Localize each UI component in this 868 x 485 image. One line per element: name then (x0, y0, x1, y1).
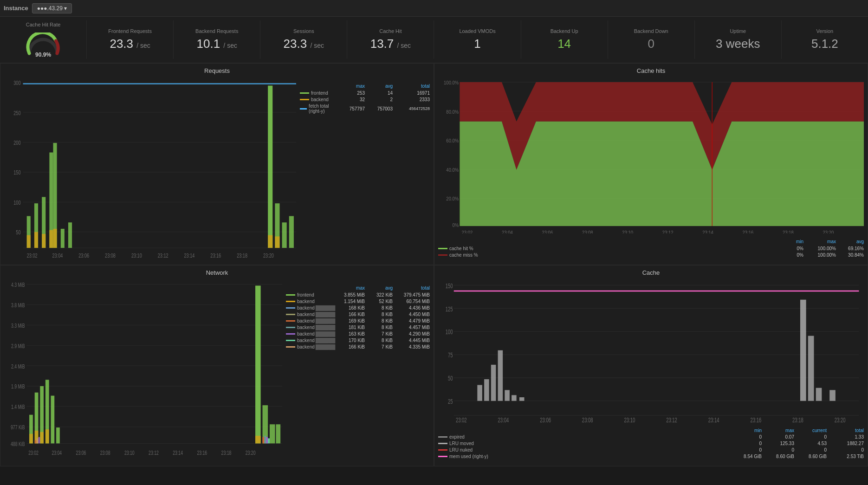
cache-lru-moved-row: LRU moved 0 125.33 4.53 1882.27 (438, 441, 864, 446)
svg-text:23:04: 23:04 (52, 252, 63, 259)
net-legend-b4: backend ██████ 181 KiB 8 KiB 4.457 MiB (286, 325, 430, 330)
network-title: Network (4, 269, 430, 276)
svg-text:23:12: 23:12 (666, 416, 677, 422)
svg-rect-19 (61, 229, 65, 248)
net-legend-frontend: frontend 3.855 MiB 322 KiB 379.475 MiB (286, 292, 430, 297)
metric-value-backend-requests: 10.1 / sec (197, 37, 237, 51)
svg-text:100: 100 (446, 328, 453, 336)
svg-text:20.0%: 20.0% (446, 195, 459, 201)
metric-value-loaded-vmods: 1 (474, 37, 480, 51)
metric-cache-hit: Cache Hit 13.7 / sec (347, 20, 434, 59)
gauge: 90.9% (25, 30, 62, 58)
metric-uptime: Uptime 3 weeks (695, 20, 782, 59)
svg-rect-30 (268, 235, 272, 248)
cache-chart-area: 150 125 100 75 50 25 9 GiB 7 GiB 6 GiB 4… (438, 278, 864, 423)
svg-text:488 KiB: 488 KiB (11, 440, 25, 447)
svg-text:23:10: 23:10 (622, 229, 633, 233)
svg-text:23:04: 23:04 (498, 416, 509, 422)
svg-rect-89 (51, 395, 54, 443)
svg-rect-106 (268, 438, 270, 443)
svg-rect-25 (27, 235, 31, 248)
svg-text:23:18: 23:18 (221, 449, 232, 456)
svg-text:150: 150 (13, 169, 20, 176)
svg-text:23:20: 23:20 (835, 416, 846, 422)
charts-grid: Requests 300 250 200 150 100 (0, 63, 868, 466)
svg-rect-97 (40, 432, 44, 443)
svg-text:23:10: 23:10 (131, 252, 142, 259)
cache-hits-legend-header: min max avg (438, 239, 864, 244)
svg-text:80.0%: 80.0% (446, 109, 459, 115)
svg-text:23:12: 23:12 (158, 252, 168, 259)
metric-label-version: Version (816, 28, 834, 34)
svg-text:23:20: 23:20 (246, 449, 256, 456)
svg-rect-20 (68, 222, 72, 248)
metric-label-backend-requests: Backend Requests (195, 28, 238, 34)
instance-selector-button[interactable]: ●●●.43.29 ▾ (32, 3, 72, 13)
cache-hits-title: Cache hits (438, 67, 864, 74)
cache-hits-panel: Cache hits 100.0% 80.0% 60.0% 40.0% 20.0… (434, 63, 868, 265)
requests-legend: max avg total frontend 253 14 16971 back… (300, 76, 430, 261)
svg-text:150: 150 (446, 282, 453, 289)
svg-text:100.0%: 100.0% (444, 79, 459, 85)
net-legend-b7: backend ██████ 166 KiB 7 KiB 4.335 MiB (286, 344, 430, 349)
metric-label-cache-hit-rate: Cache Hit Rate (26, 22, 61, 27)
svg-text:50: 50 (448, 375, 453, 382)
svg-text:23:16: 23:16 (197, 449, 207, 456)
svg-rect-91 (255, 285, 261, 443)
svg-rect-95 (29, 433, 33, 443)
svg-rect-29 (53, 229, 57, 248)
network-chart-area: 4.3 MiB 3.8 MiB 3.3 MiB 2.9 MiB 2.4 MiB … (4, 278, 282, 463)
cache-expired-row: expired 0 0.07 0 1.33 (438, 434, 864, 440)
cache-miss-row: cache miss % 0% 100.00% 30.84% (438, 252, 864, 258)
metric-backend-down: Backend Down 0 (608, 20, 695, 59)
svg-rect-28 (49, 230, 53, 248)
net-legend-b2: backend ██████ 166 KiB 8 KiB 4.450 MiB (286, 312, 430, 317)
svg-text:300: 300 (13, 80, 20, 86)
cache-legend: min max current total expired 0 0.07 0 1… (438, 426, 864, 462)
net-legend-b5: backend ██████ 163 KiB 7 KiB 4.290 MiB (286, 331, 430, 336)
svg-text:23:18: 23:18 (792, 416, 803, 422)
svg-rect-98 (45, 429, 49, 443)
svg-rect-140 (505, 390, 510, 401)
metric-value-sessions: 23.3 / sec (284, 37, 324, 51)
metric-label-backend-up: Backend Up (551, 28, 578, 34)
net-legend-b6: backend ██████ 170 KiB 8 KiB 4.445 MiB (286, 338, 430, 343)
cache-svg: 150 125 100 75 50 25 9 GiB 7 GiB 6 GiB 4… (438, 278, 864, 423)
cache-hits-content: 100.0% 80.0% 60.0% 40.0% 20.0% 0% (438, 76, 864, 261)
top-bar: Instance ●●●.43.29 ▾ (0, 0, 868, 17)
cache-hits-area: 100.0% 80.0% 60.0% 40.0% 20.0% 0% (438, 76, 864, 233)
metric-sessions: Sessions 23.3 / sec (260, 20, 347, 59)
svg-text:75: 75 (448, 351, 453, 359)
svg-rect-139 (498, 350, 503, 401)
svg-text:23:08: 23:08 (105, 252, 116, 259)
network-legend-header: max avg total (286, 285, 430, 291)
svg-text:23:18: 23:18 (237, 252, 247, 259)
net-legend-b1: backend ██████ 168 KiB 8 KiB 4.436 MiB (286, 305, 430, 310)
svg-text:200: 200 (13, 140, 20, 146)
svg-rect-101 (38, 437, 40, 443)
svg-text:23:06: 23:06 (542, 229, 553, 233)
svg-text:1.9 MiB: 1.9 MiB (11, 383, 25, 389)
legend-row-fetch-total: fetch total (right-y) 757797 757003 4564… (300, 103, 430, 114)
svg-rect-94 (276, 424, 280, 443)
svg-text:3.8 MiB: 3.8 MiB (11, 302, 25, 308)
metric-version: Version 5.1.2 (782, 20, 868, 59)
cache-hits-svg: 100.0% 80.0% 60.0% 40.0% 20.0% 0% (438, 76, 864, 233)
cache-hits-legend: min max avg cache hit % 0% 100.00% 69.16… (438, 237, 864, 261)
svg-text:23:10: 23:10 (124, 449, 135, 456)
svg-text:23:06: 23:06 (76, 449, 86, 456)
svg-rect-137 (484, 379, 489, 401)
svg-text:23:12: 23:12 (662, 229, 674, 233)
metric-value-version: 5.1.2 (811, 37, 838, 51)
metric-value-cache-hit: 13.7 / sec (370, 37, 411, 51)
metrics-row: Cache Hit Rate 90.9% Frontend Requests 2… (0, 17, 868, 63)
svg-text:23:08: 23:08 (582, 229, 593, 233)
svg-text:23:02: 23:02 (27, 252, 38, 259)
svg-rect-23 (282, 222, 287, 248)
svg-rect-142 (519, 397, 525, 401)
legend-row-frontend: frontend 253 14 16971 (300, 91, 430, 96)
svg-rect-103 (262, 437, 264, 443)
net-legend-backend: backend 1.154 MiB 52 KiB 60.754 MiB (286, 299, 430, 304)
network-svg: 4.3 MiB 3.8 MiB 3.3 MiB 2.9 MiB 2.4 MiB … (4, 278, 282, 463)
svg-text:23:14: 23:14 (702, 229, 713, 233)
